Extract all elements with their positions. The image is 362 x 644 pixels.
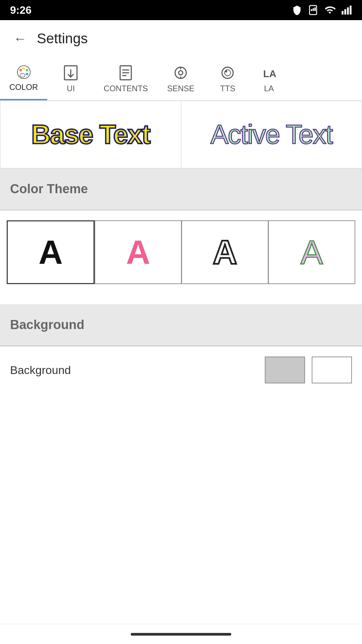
svg-point-23 (222, 67, 233, 78)
tab-tts[interactable]: TTS (204, 57, 251, 100)
color-theme-title: Color Theme (10, 182, 88, 196)
theme-plain-letter: A (39, 233, 63, 272)
background-swatches (265, 357, 352, 383)
sense-icon (172, 64, 189, 81)
svg-rect-3 (314, 7, 316, 11)
svg-point-24 (225, 70, 227, 72)
la-icon: LA (260, 64, 277, 81)
theme-option-pink[interactable]: A (95, 220, 181, 284)
tab-color[interactable]: COLOR (0, 57, 47, 100)
contents-icon (117, 64, 134, 81)
svg-rect-5 (344, 9, 346, 14)
tab-ui-label: UI (67, 84, 75, 93)
background-label: Background (10, 364, 71, 377)
background-section-header: Background (0, 304, 362, 346)
page-title: Settings (37, 31, 88, 47)
theme-option-plain[interactable]: A (7, 220, 95, 284)
svg-point-12 (25, 72, 28, 75)
tab-sense-label: SENSE (167, 84, 194, 93)
theme-pink-letter: A (126, 233, 150, 272)
tab-contents[interactable]: CONTENTS (94, 57, 157, 100)
tab-ui[interactable]: UI (47, 57, 94, 100)
back-arrow-icon: ← (13, 31, 27, 46)
header: ← Settings (0, 20, 362, 57)
theme-green-letter: A (301, 233, 323, 272)
tab-tts-label: TTS (220, 84, 235, 93)
preview-active[interactable]: Active Text (181, 101, 362, 168)
base-text: Base Text (31, 119, 150, 150)
svg-rect-7 (350, 6, 351, 15)
tab-sense[interactable]: SENSE (157, 57, 204, 100)
notification-icon (292, 5, 302, 15)
tab-color-label: COLOR (9, 83, 38, 92)
text-preview: Base Text Active Text (0, 101, 362, 168)
theme-selector: A A A A (0, 210, 362, 294)
tts-icon (219, 64, 236, 81)
theme-option-green[interactable]: A (268, 220, 355, 284)
swatch-white[interactable] (312, 357, 352, 383)
background-row: Background (0, 346, 362, 393)
palette-icon (16, 64, 32, 80)
svg-rect-2 (313, 8, 314, 11)
tab-la-label: LA (264, 84, 274, 93)
sim-icon (308, 5, 318, 15)
tab-contents-label: CONTENTS (104, 84, 148, 93)
signal-icon (341, 5, 352, 15)
status-bar: 9:26 (0, 0, 362, 20)
theme-option-outline[interactable]: A (181, 220, 268, 284)
nav-bar (0, 624, 362, 644)
svg-point-11 (25, 69, 28, 71)
svg-rect-6 (347, 7, 349, 14)
svg-point-14 (21, 74, 24, 76)
tab-la[interactable]: LA LA (251, 57, 287, 100)
wifi-icon (324, 5, 336, 15)
swatch-gray[interactable] (265, 357, 305, 383)
preview-base[interactable]: Base Text (0, 101, 181, 168)
background-section: Background Background (0, 304, 362, 393)
active-text: Active Text (210, 119, 332, 150)
background-title: Background (10, 318, 84, 332)
ui-icon (62, 64, 79, 81)
nav-indicator (131, 633, 231, 636)
spacer (0, 393, 362, 434)
svg-rect-1 (311, 9, 312, 11)
status-time: 9:26 (10, 4, 32, 16)
svg-rect-4 (342, 11, 343, 15)
svg-point-9 (19, 69, 22, 71)
svg-point-22 (179, 70, 183, 75)
tab-bar: COLOR UI CONTENTS SENSE (0, 57, 362, 101)
back-button[interactable]: ← (10, 29, 30, 49)
svg-point-10 (22, 67, 25, 70)
svg-text:LA: LA (263, 68, 277, 79)
color-theme-section-header: Color Theme (0, 168, 362, 210)
theme-outline-letter: A (213, 233, 237, 272)
status-icons (292, 5, 352, 15)
